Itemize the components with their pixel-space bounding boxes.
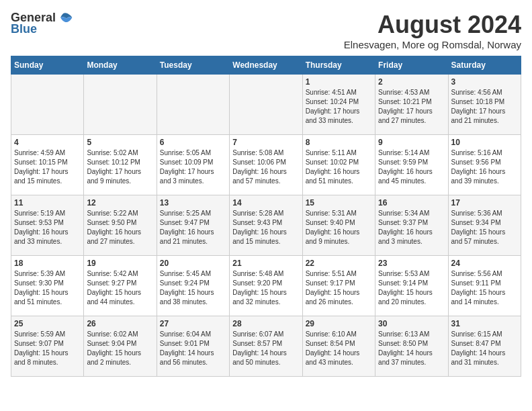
day-info: Sunrise: 5:59 AMSunset: 9:07 PMDaylight:… <box>14 330 81 367</box>
calendar-cell <box>230 75 302 135</box>
day-info: Sunrise: 6:04 AMSunset: 9:01 PMDaylight:… <box>160 330 226 367</box>
day-info: Sunrise: 5:14 AMSunset: 9:59 PMDaylight:… <box>378 148 445 186</box>
day-number: 15 <box>306 198 372 208</box>
day-number: 19 <box>87 259 153 268</box>
day-info: Sunrise: 5:19 AMSunset: 9:53 PMDaylight:… <box>14 209 81 246</box>
calendar-cell: 3Sunrise: 4:56 AMSunset: 10:18 PMDayligh… <box>448 75 521 135</box>
weekday-header-thursday: Thursday <box>302 56 375 75</box>
calendar-cell <box>11 75 84 135</box>
day-info: Sunrise: 5:25 AMSunset: 9:47 PMDaylight:… <box>160 209 226 246</box>
title-area: August 2024 Elnesvagen, More og Romsdal,… <box>344 11 521 50</box>
day-number: 10 <box>451 138 518 147</box>
calendar-cell: 15Sunrise: 5:31 AMSunset: 9:40 PMDayligh… <box>302 195 375 256</box>
day-number: 24 <box>451 259 518 268</box>
day-number: 17 <box>451 198 518 208</box>
weekday-header-friday: Friday <box>375 56 448 75</box>
day-info: Sunrise: 4:53 AMSunset: 10:21 PMDaylight… <box>378 88 445 126</box>
calendar-cell: 16Sunrise: 5:34 AMSunset: 9:37 PMDayligh… <box>375 195 448 256</box>
weekday-header-sunday: Sunday <box>11 56 84 75</box>
day-info: Sunrise: 5:36 AMSunset: 9:34 PMDaylight:… <box>451 209 518 246</box>
day-number: 16 <box>378 198 445 208</box>
calendar-cell <box>84 75 157 135</box>
day-number: 23 <box>378 259 445 268</box>
day-number: 25 <box>14 319 81 328</box>
location-title: Elnesvagen, More og Romsdal, Norway <box>344 39 521 50</box>
day-info: Sunrise: 5:31 AMSunset: 9:40 PMDaylight:… <box>306 209 372 246</box>
day-number: 28 <box>232 319 299 328</box>
day-number: 22 <box>306 259 372 268</box>
calendar-week-row: 11Sunrise: 5:19 AMSunset: 9:53 PMDayligh… <box>11 195 521 256</box>
calendar-cell: 7Sunrise: 5:08 AMSunset: 10:06 PMDayligh… <box>230 135 302 195</box>
weekday-header-tuesday: Tuesday <box>157 56 229 75</box>
day-info: Sunrise: 5:02 AMSunset: 10:12 PMDaylight… <box>87 148 153 186</box>
calendar-cell: 13Sunrise: 5:25 AMSunset: 9:47 PMDayligh… <box>157 195 229 256</box>
day-number: 21 <box>232 259 299 268</box>
day-info: Sunrise: 6:13 AMSunset: 8:50 PMDaylight:… <box>378 330 445 367</box>
day-number: 31 <box>451 319 518 328</box>
day-info: Sunrise: 6:07 AMSunset: 8:57 PMDaylight:… <box>232 330 299 367</box>
calendar-week-row: 18Sunrise: 5:39 AMSunset: 9:30 PMDayligh… <box>11 256 521 316</box>
calendar-cell: 4Sunrise: 4:59 AMSunset: 10:15 PMDayligh… <box>11 135 84 195</box>
day-number: 7 <box>232 138 299 147</box>
calendar-cell: 12Sunrise: 5:22 AMSunset: 9:50 PMDayligh… <box>84 195 157 256</box>
day-info: Sunrise: 5:51 AMSunset: 9:17 PMDaylight:… <box>306 269 372 307</box>
day-info: Sunrise: 5:45 AMSunset: 9:24 PMDaylight:… <box>160 269 226 307</box>
day-info: Sunrise: 6:02 AMSunset: 9:04 PMDaylight:… <box>87 330 153 367</box>
day-number: 26 <box>87 319 153 328</box>
calendar-week-row: 1Sunrise: 4:51 AMSunset: 10:24 PMDayligh… <box>11 75 521 135</box>
day-info: Sunrise: 5:11 AMSunset: 10:02 PMDaylight… <box>306 148 372 186</box>
day-info: Sunrise: 6:15 AMSunset: 8:47 PMDaylight:… <box>451 330 518 367</box>
calendar-cell: 5Sunrise: 5:02 AMSunset: 10:12 PMDayligh… <box>84 135 157 195</box>
day-number: 13 <box>160 198 226 208</box>
calendar-cell: 17Sunrise: 5:36 AMSunset: 9:34 PMDayligh… <box>448 195 521 256</box>
day-number: 14 <box>232 198 299 208</box>
day-number: 30 <box>378 319 445 328</box>
calendar-cell: 27Sunrise: 6:04 AMSunset: 9:01 PMDayligh… <box>157 316 229 377</box>
day-number: 9 <box>378 138 445 147</box>
day-number: 5 <box>87 138 153 147</box>
day-number: 18 <box>14 259 81 268</box>
calendar-cell: 21Sunrise: 5:48 AMSunset: 9:20 PMDayligh… <box>230 256 302 316</box>
calendar-cell: 20Sunrise: 5:45 AMSunset: 9:24 PMDayligh… <box>157 256 229 316</box>
weekday-header-row: SundayMondayTuesdayWednesdayThursdayFrid… <box>11 56 521 75</box>
calendar-cell: 26Sunrise: 6:02 AMSunset: 9:04 PMDayligh… <box>84 316 157 377</box>
day-info: Sunrise: 5:34 AMSunset: 9:37 PMDaylight:… <box>378 209 445 246</box>
logo-bird-icon <box>57 11 73 25</box>
calendar-cell: 25Sunrise: 5:59 AMSunset: 9:07 PMDayligh… <box>11 316 84 377</box>
calendar-cell: 6Sunrise: 5:05 AMSunset: 10:09 PMDayligh… <box>157 135 229 195</box>
day-number: 12 <box>87 198 153 208</box>
calendar-cell: 28Sunrise: 6:07 AMSunset: 8:57 PMDayligh… <box>230 316 302 377</box>
day-info: Sunrise: 5:22 AMSunset: 9:50 PMDaylight:… <box>87 209 153 246</box>
day-info: Sunrise: 4:51 AMSunset: 10:24 PMDaylight… <box>306 88 372 126</box>
calendar-week-row: 4Sunrise: 4:59 AMSunset: 10:15 PMDayligh… <box>11 135 521 195</box>
day-info: Sunrise: 5:05 AMSunset: 10:09 PMDaylight… <box>160 148 226 186</box>
month-title: August 2024 <box>344 11 521 39</box>
day-info: Sunrise: 6:10 AMSunset: 8:54 PMDaylight:… <box>306 330 372 367</box>
calendar-cell: 19Sunrise: 5:42 AMSunset: 9:27 PMDayligh… <box>84 256 157 316</box>
weekday-header-monday: Monday <box>84 56 157 75</box>
calendar-cell: 23Sunrise: 5:53 AMSunset: 9:14 PMDayligh… <box>375 256 448 316</box>
day-number: 29 <box>306 319 372 328</box>
logo-blue: Blue <box>11 22 37 36</box>
day-info: Sunrise: 5:48 AMSunset: 9:20 PMDaylight:… <box>232 269 299 307</box>
day-info: Sunrise: 4:59 AMSunset: 10:15 PMDaylight… <box>14 148 81 186</box>
day-info: Sunrise: 5:39 AMSunset: 9:30 PMDaylight:… <box>14 269 81 307</box>
calendar-cell <box>157 75 229 135</box>
day-number: 6 <box>160 138 226 147</box>
day-number: 11 <box>14 198 81 208</box>
calendar-cell: 2Sunrise: 4:53 AMSunset: 10:21 PMDayligh… <box>375 75 448 135</box>
day-info: Sunrise: 5:16 AMSunset: 9:56 PMDaylight:… <box>451 148 518 186</box>
calendar-cell: 30Sunrise: 6:13 AMSunset: 8:50 PMDayligh… <box>375 316 448 377</box>
logo: General Blue <box>11 11 73 36</box>
calendar-cell: 31Sunrise: 6:15 AMSunset: 8:47 PMDayligh… <box>448 316 521 377</box>
day-info: Sunrise: 5:53 AMSunset: 9:14 PMDaylight:… <box>378 269 445 307</box>
day-number: 20 <box>160 259 226 268</box>
calendar-cell: 1Sunrise: 4:51 AMSunset: 10:24 PMDayligh… <box>302 75 375 135</box>
page-header: General Blue August 2024 Elnesvagen, Mor… <box>11 11 521 50</box>
day-number: 1 <box>306 77 372 87</box>
day-number: 27 <box>160 319 226 328</box>
day-number: 3 <box>451 77 518 87</box>
calendar-cell: 18Sunrise: 5:39 AMSunset: 9:30 PMDayligh… <box>11 256 84 316</box>
calendar-table: SundayMondayTuesdayWednesdayThursdayFrid… <box>11 56 521 377</box>
calendar-cell: 14Sunrise: 5:28 AMSunset: 9:43 PMDayligh… <box>230 195 302 256</box>
